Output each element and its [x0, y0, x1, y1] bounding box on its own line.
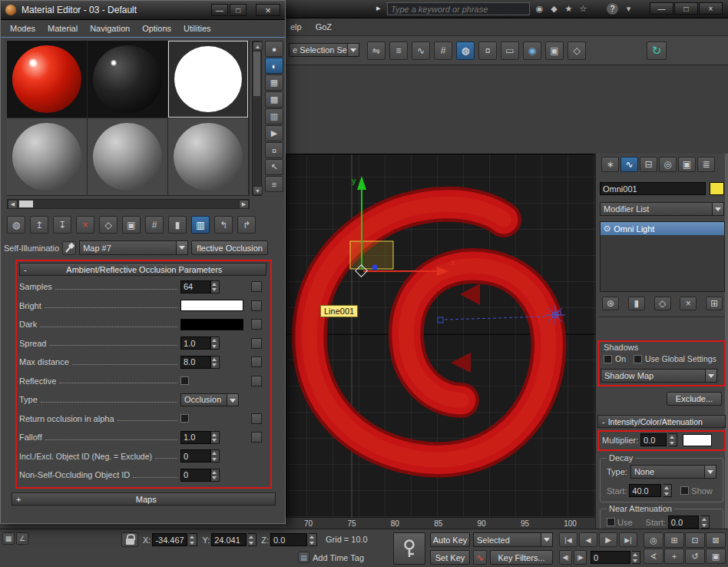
menu-help-fragment[interactable]: elp — [290, 22, 302, 32]
multiplier-field[interactable]: 0.0 — [640, 433, 667, 446]
sample-uv-tiling-icon[interactable]: ▩ — [265, 91, 283, 108]
show-end-result-icon[interactable]: ▮ — [628, 297, 645, 310]
motion-tab[interactable]: ◎ — [659, 157, 677, 172]
max-distance-field[interactable]: 8.0 — [180, 356, 211, 369]
dropdown-arrow-icon[interactable] — [705, 370, 716, 382]
perspective-viewport[interactable]: y x Line001 — [286, 154, 595, 517]
multiplier-spinner[interactable] — [669, 433, 677, 446]
intensity-rollout-header[interactable]: - Intensity/Color/Attenuation — [597, 415, 726, 428]
spiral-spline-object[interactable] — [309, 204, 549, 460]
shadows-on-checkbox[interactable] — [604, 355, 612, 363]
close-button[interactable]: × — [699, 2, 723, 15]
background-icon[interactable]: ▦ — [265, 75, 283, 91]
mirror-icon[interactable]: ⇋ — [367, 41, 386, 60]
menu-goz[interactable]: GoZ — [316, 22, 332, 32]
dropdown-arrow-icon[interactable] — [227, 394, 238, 406]
key-filters-button[interactable]: Key Filters... — [490, 550, 553, 565]
rollout-collapse-icon[interactable]: - — [602, 417, 605, 426]
auto-key-button[interactable]: Auto Key — [430, 532, 470, 547]
near-start-field[interactable]: 0.0 — [668, 516, 699, 529]
state-sets-icon[interactable]: ◇ — [568, 41, 586, 60]
decay-show-checkbox[interactable] — [680, 486, 689, 495]
chevron-down-icon[interactable]: ▾ — [622, 2, 635, 15]
key-icon[interactable]: ◆ — [548, 2, 561, 15]
render-production-icon[interactable]: ◉ — [523, 41, 541, 60]
show-in-viewport-icon[interactable]: ▥ — [191, 216, 210, 234]
me-close-button[interactable]: × — [256, 4, 280, 16]
sample-slot-5-gray[interactable] — [88, 118, 167, 195]
spread-spinner[interactable] — [211, 337, 220, 350]
bright-map-button[interactable] — [251, 300, 262, 311]
frame-spinner[interactable] — [632, 551, 640, 564]
samples-spinner[interactable] — [211, 280, 220, 293]
me-maximize-button[interactable]: □ — [230, 4, 247, 16]
put-to-library-icon[interactable]: ▣ — [545, 41, 564, 60]
backlight-icon[interactable]: ◐ — [265, 58, 283, 74]
previous-key-icon[interactable]: ◀| — [559, 550, 572, 565]
use-global-settings-checkbox[interactable] — [634, 355, 642, 363]
zoom-extents-icon[interactable]: ⊡ — [685, 532, 705, 548]
dropdown-arrow-icon[interactable] — [712, 203, 723, 215]
falloff-map-button[interactable] — [251, 432, 262, 443]
zoom-all-icon[interactable]: ⊞ — [664, 532, 684, 548]
samples-field[interactable]: 64 — [180, 280, 211, 293]
vscroll-thumb[interactable] — [253, 51, 260, 96]
search-input[interactable] — [391, 5, 526, 14]
hierarchy-tab[interactable]: ⊟ — [640, 157, 657, 172]
z-spinner[interactable] — [309, 533, 317, 546]
scroll-down-icon[interactable]: ▼ — [253, 186, 263, 195]
named-selection-sets-dropdown[interactable]: e Selection Se — [289, 43, 359, 57]
return-alpha-map-button[interactable] — [251, 413, 262, 424]
go-forward-sibling-icon[interactable]: ↱ — [237, 216, 256, 234]
star-icon[interactable]: ★ — [562, 2, 575, 15]
y-spinner[interactable] — [248, 533, 256, 546]
bright-color-swatch[interactable] — [180, 300, 243, 311]
make-preview-icon[interactable]: ▶ — [265, 125, 283, 141]
options-icon[interactable]: ¤ — [265, 142, 283, 158]
default-tangents-icon[interactable]: ∿ — [473, 550, 487, 565]
utilities-tab[interactable]: ≣ — [697, 157, 715, 172]
incl-excl-spinner[interactable] — [211, 449, 220, 463]
spread-map-button[interactable] — [251, 338, 262, 349]
get-material-icon[interactable]: ◍ — [7, 216, 25, 234]
type-dropdown[interactable]: Occlusion — [180, 393, 239, 406]
set-keys-button[interactable] — [393, 532, 425, 565]
max-distance-map-button[interactable] — [251, 356, 262, 367]
reset-map-icon[interactable]: × — [76, 216, 94, 234]
goz-sync-icon[interactable]: ↻ — [647, 41, 667, 60]
omni-light-node[interactable] — [372, 265, 378, 270]
rendered-frame-icon[interactable]: ▭ — [501, 41, 519, 60]
select-by-material-icon[interactable]: ↖ — [265, 159, 283, 175]
reflective-checkbox[interactable] — [180, 376, 189, 385]
stack-item-omni-light[interactable]: ⊙ Omni Light — [601, 222, 724, 235]
track-bar[interactable]: 70 75 80 85 90 95 100 — [286, 517, 595, 529]
favorites-icon[interactable]: ☆ — [577, 2, 590, 15]
non-self-occluding-field[interactable]: 0 — [180, 469, 211, 482]
search-box[interactable] — [387, 2, 530, 15]
material-map-navigator-icon[interactable]: ≡ — [265, 176, 283, 192]
maximize-viewport-icon[interactable]: ▣ — [706, 549, 726, 564]
map-name-dropdown[interactable]: Map #7 — [79, 240, 188, 255]
object-name-field[interactable]: Omni001 — [600, 182, 706, 195]
sample-slot-2-dark[interactable] — [88, 41, 167, 118]
samples-map-button[interactable] — [251, 281, 262, 292]
put-to-library-icon[interactable]: ▣ — [122, 216, 141, 234]
y-coordinate-field[interactable]: 24.041 — [211, 533, 247, 546]
status-angle-icon[interactable]: ∠ — [16, 532, 28, 545]
status-grid-icon[interactable]: ▦ — [2, 532, 15, 545]
go-to-start-icon[interactable]: |◀ — [559, 532, 577, 547]
set-key-button[interactable]: Set Key — [430, 550, 470, 565]
falloff-field[interactable]: 1.0 — [180, 431, 211, 444]
previous-frame-icon[interactable]: ◀ — [579, 532, 597, 547]
menu-modes[interactable]: Modes — [10, 24, 35, 33]
light-color-swatch[interactable] — [683, 434, 712, 446]
exclude-button[interactable]: Exclude... — [667, 392, 722, 406]
near-start-spinner[interactable] — [701, 516, 710, 529]
sample-type-icon[interactable]: ● — [265, 41, 283, 57]
pin-stack-icon[interactable]: ⊛ — [602, 297, 619, 310]
modifier-list-dropdown[interactable]: Modifier List — [600, 202, 724, 216]
menu-utilities[interactable]: Utilities — [184, 24, 210, 33]
material-editor-icon[interactable]: ◍ — [456, 41, 475, 60]
sample-hscrollbar[interactable]: ◀ ▶ — [7, 199, 250, 209]
dark-map-button[interactable] — [251, 319, 262, 330]
